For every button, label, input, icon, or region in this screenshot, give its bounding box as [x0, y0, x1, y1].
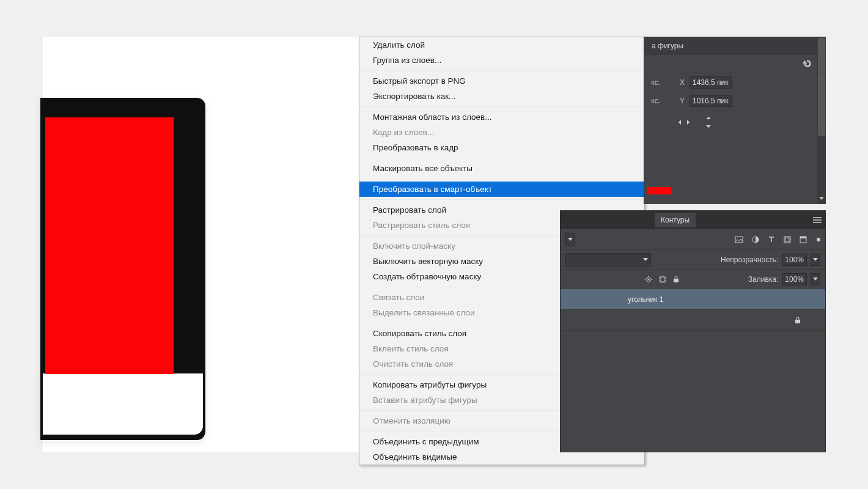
menu-item: Кадр из слоев...: [359, 125, 644, 140]
scrollbar-thumb[interactable]: [818, 38, 825, 136]
flip-vertical-icon[interactable]: [704, 117, 713, 128]
filter-pixel-icon[interactable]: [735, 236, 743, 243]
shape-fill-swatch[interactable]: [647, 187, 671, 194]
fill-dropdown-icon[interactable]: [811, 273, 820, 285]
menu-item[interactable]: Экспортировать как...: [359, 89, 644, 104]
flip-horizontal-icon[interactable]: [679, 118, 690, 127]
menu-separator: [359, 199, 644, 200]
filter-type-icon[interactable]: [768, 236, 775, 243]
lock-icon: [795, 317, 801, 324]
unit-suffix: кс.: [647, 97, 660, 105]
opacity-row: Непрозрачность: 100%: [561, 250, 825, 270]
filter-adjustment-icon[interactable]: [752, 236, 759, 243]
menu-item[interactable]: Монтажная область из слоев...: [359, 109, 644, 125]
fill-label: Заливка:: [748, 275, 779, 284]
properties-title: а фигуры: [647, 38, 688, 54]
property-y-row: кс. Y 1016,5 пик: [644, 92, 826, 110]
reset-icon[interactable]: [803, 59, 812, 68]
fill-row: Заливка: 100%: [561, 270, 825, 289]
layer-item-selected[interactable]: угольник 1: [561, 289, 825, 310]
monitor-base: [43, 373, 203, 435]
layers-panel: Контуры Непрозрачность:: [560, 210, 826, 452]
svg-rect-5: [800, 237, 806, 238]
menu-separator: [359, 158, 644, 158]
unit-suffix: кс.: [647, 78, 660, 87]
panel-menu-icon[interactable]: [813, 217, 822, 223]
properties-tab-strip: а фигуры: [644, 37, 826, 55]
x-value-field[interactable]: 1436,5 пик: [690, 76, 732, 89]
menu-separator: [359, 70, 644, 71]
opacity-label: Непрозрачность:: [721, 256, 778, 264]
property-x-row: кс. X 1436,5 пик: [644, 73, 826, 92]
filter-smartobject-icon[interactable]: [800, 236, 807, 243]
blend-mode-dropdown[interactable]: [565, 253, 651, 267]
svg-rect-7: [674, 279, 679, 282]
properties-panel: а фигуры кс. X 1436,5 пик кс. Y 1016,5 п…: [644, 37, 826, 204]
x-label: X: [679, 78, 686, 87]
shape-rectangle[interactable]: [45, 117, 174, 374]
paths-tab[interactable]: Контуры: [655, 213, 696, 227]
layer-name: угольник 1: [628, 295, 663, 304]
menu-item[interactable]: Преобразовать в смарт-объект: [359, 182, 644, 197]
scroll-down-icon[interactable]: [818, 194, 825, 203]
svg-rect-3: [785, 238, 789, 241]
menu-item[interactable]: Удалить слой: [359, 37, 644, 53]
layer-item-background[interactable]: [561, 310, 825, 331]
menu-separator: [359, 106, 644, 107]
svg-rect-8: [795, 320, 800, 323]
svg-rect-6: [660, 277, 665, 282]
y-value-field[interactable]: 1016,5 пик: [690, 95, 732, 107]
lock-all-icon[interactable]: [673, 276, 679, 283]
y-label: Y: [679, 97, 686, 105]
fill-value-field[interactable]: 100%: [782, 273, 807, 285]
menu-separator: [359, 178, 644, 179]
stage: Удалить слойГруппа из слоев...Быстрый эк…: [0, 0, 868, 489]
menu-item[interactable]: Маскировать все объекты: [359, 161, 644, 176]
menu-item[interactable]: Быстрый экспорт в PNG: [359, 73, 644, 89]
layers-tab-strip: Контуры: [561, 211, 825, 229]
properties-reset-row: [644, 55, 826, 73]
menu-item[interactable]: Группа из слоев...: [359, 53, 644, 68]
layer-kind-dropdown[interactable]: [565, 233, 575, 246]
lock-artboard-icon[interactable]: [658, 276, 667, 283]
lock-position-icon[interactable]: [645, 276, 652, 283]
layer-filter-row: [561, 229, 825, 250]
filter-toggle-icon[interactable]: [817, 238, 820, 241]
filter-shape-icon[interactable]: [784, 236, 791, 243]
menu-item[interactable]: Преобразовать в кадр: [359, 140, 644, 155]
opacity-value-field[interactable]: 100%: [782, 254, 807, 266]
opacity-dropdown-icon[interactable]: [811, 254, 820, 266]
flip-controls: [644, 110, 826, 134]
